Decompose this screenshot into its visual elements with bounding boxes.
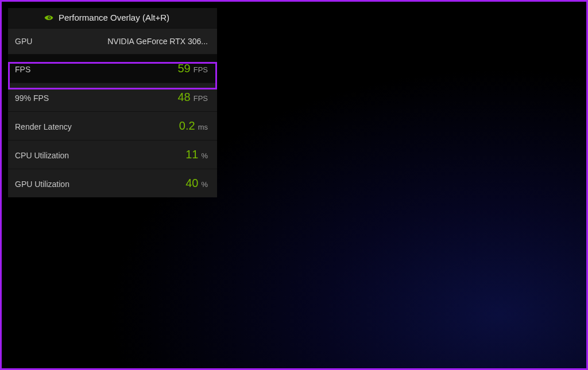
- row-fps: FPS 59 FPS: [8, 54, 217, 83]
- unit-fps99: FPS: [194, 94, 208, 103]
- label-gpu-utilization: GPU Utilization: [15, 180, 69, 189]
- row-cpu-utilization: CPU Utilization 11 %: [8, 140, 217, 169]
- unit-gpu-utilization: %: [201, 180, 208, 189]
- row-render-latency: Render Latency 0.2 ms: [8, 111, 217, 140]
- value-fps: 59: [177, 62, 190, 75]
- label-fps99: 99% FPS: [15, 94, 49, 103]
- overlay-header: Performance Overlay (Alt+R): [8, 8, 217, 28]
- value-fps99: 48: [177, 91, 190, 104]
- unit-cpu-utilization: %: [201, 151, 208, 160]
- row-fps99: 99% FPS 48 FPS: [8, 83, 217, 111]
- value-gpu: NVIDIA GeForce RTX 306...: [107, 37, 208, 46]
- unit-render-latency: ms: [198, 123, 208, 131]
- performance-overlay-panel: Performance Overlay (Alt+R) GPU NVIDIA G…: [8, 8, 217, 197]
- value-cpu-utilization: 11: [185, 148, 198, 161]
- svg-point-1: [49, 17, 50, 18]
- label-fps: FPS: [15, 65, 30, 74]
- overlay-title: Performance Overlay (Alt+R): [59, 13, 169, 22]
- value-gpu-utilization: 40: [185, 177, 198, 190]
- row-gpu-utilization: GPU Utilization 40 %: [8, 169, 217, 197]
- label-cpu-utilization: CPU Utilization: [15, 151, 69, 160]
- label-render-latency: Render Latency: [15, 122, 72, 131]
- unit-fps: FPS: [194, 65, 208, 74]
- value-render-latency: 0.2: [179, 119, 195, 133]
- label-gpu: GPU: [15, 37, 32, 46]
- row-gpu: GPU NVIDIA GeForce RTX 306...: [8, 28, 217, 54]
- nvidia-eye-icon: [44, 14, 54, 22]
